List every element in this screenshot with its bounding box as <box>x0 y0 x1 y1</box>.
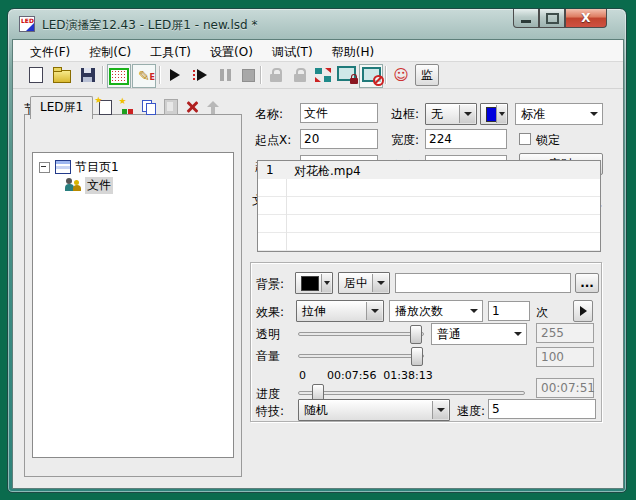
maximize-icon <box>546 13 559 24</box>
menu-help[interactable]: 帮助(H) <box>325 40 381 61</box>
background-color-swatch <box>301 276 319 291</box>
blend-select[interactable]: 普通 <box>431 323 527 345</box>
tree-node-file[interactable]: 文件 <box>85 177 113 194</box>
file-row[interactable]: 1 对花枪.mp4 <box>258 161 600 179</box>
file-item-icon <box>65 178 83 192</box>
border-select[interactable]: 无 <box>425 103 477 125</box>
open-folder-icon[interactable] <box>51 64 73 86</box>
minimize-icon <box>521 20 531 23</box>
effect-label: 效果: <box>256 305 284 319</box>
file-list[interactable]: 1 对花枪.mp4 <box>257 160 601 252</box>
toolbar-separator <box>260 66 261 84</box>
name-input[interactable] <box>300 103 378 123</box>
playback-groupbox: 背景: 居中 ... 效果: 拉伸 播放次数 次 透明 <box>250 262 602 422</box>
client-area: 文件(F) 控制(C) 工具(T) 设置(O) 调试(T) 帮助(H) ✎E <box>12 39 624 489</box>
close-icon: X <box>581 12 590 24</box>
toolbar-separator <box>102 66 103 84</box>
app-icon: LED <box>19 16 35 32</box>
new-doc-icon[interactable] <box>25 64 47 86</box>
timeline-text: 0 00:07:56 01:38:13 <box>299 369 433 383</box>
background-color-select[interactable] <box>295 272 333 294</box>
volume-slider[interactable] <box>298 346 424 365</box>
play-count-select[interactable]: 播放次数 <box>389 300 483 322</box>
name-label: 名称: <box>255 107 283 121</box>
lock-2-icon[interactable] <box>289 64 311 86</box>
transparency-slider[interactable] <box>298 324 424 343</box>
toolbar-separator <box>159 66 160 84</box>
tree-node-page[interactable]: 节目页1 <box>75 159 119 176</box>
menu-debug[interactable]: 调试(T) <box>265 40 320 61</box>
align-select[interactable]: 居中 <box>338 272 390 294</box>
times-label: 次 <box>536 305 548 319</box>
right-triangle-icon <box>580 306 587 316</box>
border-color-select[interactable] <box>480 103 508 125</box>
program-page-icon <box>55 160 71 174</box>
volume-slider-thumb[interactable] <box>411 347 423 366</box>
progress-value: 00:07:51 <box>536 378 594 398</box>
file-row-name: 对花枪.mp4 <box>294 163 361 180</box>
border-label: 边框: <box>391 107 419 121</box>
speed-label: 速度: <box>457 404 485 418</box>
screen-grid-icon[interactable] <box>107 64 131 88</box>
progress-label: 进度 <box>256 387 280 401</box>
menu-settings[interactable]: 设置(O) <box>203 40 260 61</box>
window-title: LED演播室12.43 - LED屏1 - new.lsd * <box>42 17 257 34</box>
network-sync-icon[interactable] <box>312 64 334 86</box>
program-tree[interactable]: 节目页1 文件 <box>32 152 234 458</box>
menu-control[interactable]: 控制(C) <box>82 40 138 61</box>
volume-label: 音量 <box>256 349 280 363</box>
play-count-input[interactable] <box>488 301 530 321</box>
tree-expander[interactable] <box>39 162 50 173</box>
toolbar-separator <box>385 66 386 84</box>
save-icon[interactable] <box>77 64 99 86</box>
lock-label: 锁定 <box>536 133 560 147</box>
pause-icon[interactable] <box>214 64 236 86</box>
new-page-icon[interactable]: ★ <box>95 97 115 117</box>
close-button[interactable]: X <box>565 9 607 28</box>
transparency-slider-thumb[interactable] <box>410 325 422 344</box>
browse-button[interactable]: ... <box>575 273 599 293</box>
delete-icon[interactable] <box>182 97 202 117</box>
background-label: 背景: <box>256 277 284 291</box>
width-label: 宽度: <box>391 133 419 147</box>
smiley-icon[interactable]: ☺ <box>390 64 412 86</box>
background-path-input[interactable] <box>395 273 571 293</box>
next-effect-button[interactable] <box>573 300 593 322</box>
app-window: LED LED演播室12.43 - LED屏1 - new.lsd * X 文件… <box>7 8 627 493</box>
trick-label: 特技: <box>256 404 284 418</box>
lock-1-icon[interactable] <box>265 64 287 86</box>
play-from-icon[interactable] <box>189 64 211 86</box>
width-input[interactable] <box>425 129 507 149</box>
tab-led-screen-1[interactable]: LED屏1 <box>30 96 93 119</box>
monitor-text-button[interactable]: 监 <box>415 64 439 86</box>
file-row-index: 1 <box>266 163 274 177</box>
paste-icon[interactable] <box>161 97 181 117</box>
toolbar: ✎E ☺ 监 <box>13 62 623 89</box>
effect-select[interactable]: 拉伸 <box>296 300 384 322</box>
play-icon[interactable] <box>164 64 186 86</box>
menu-tools[interactable]: 工具(T) <box>143 40 198 61</box>
monitor-forbid-icon[interactable] <box>359 64 383 88</box>
monitor-lock-icon[interactable] <box>335 64 357 86</box>
new-item-icon[interactable]: ★ <box>117 97 137 117</box>
title-bar[interactable]: LED LED演播室12.43 - LED屏1 - new.lsd * X <box>8 9 626 39</box>
volume-value: 100 <box>536 347 594 367</box>
x-input[interactable] <box>300 129 378 149</box>
menu-file[interactable]: 文件(F) <box>23 40 77 61</box>
trick-select[interactable]: 随机 <box>298 399 450 421</box>
lock-checkbox[interactable] <box>519 133 531 145</box>
menu-bar: 文件(F) 控制(C) 工具(T) 设置(O) 调试(T) 帮助(H) <box>13 40 623 62</box>
speed-input[interactable]: 5 <box>488 399 596 419</box>
transparency-label: 透明 <box>256 327 280 341</box>
edit-pencil-icon[interactable]: ✎E <box>132 64 156 88</box>
copy-icon[interactable] <box>139 97 159 117</box>
move-up-icon[interactable] <box>203 97 223 117</box>
transparency-value: 255 <box>536 323 594 343</box>
stop-icon[interactable] <box>237 64 259 86</box>
minimize-button[interactable] <box>513 9 539 28</box>
x-label: 起点X: <box>255 133 291 147</box>
style-select[interactable]: 标准 <box>515 103 603 125</box>
maximize-button[interactable] <box>539 9 565 28</box>
